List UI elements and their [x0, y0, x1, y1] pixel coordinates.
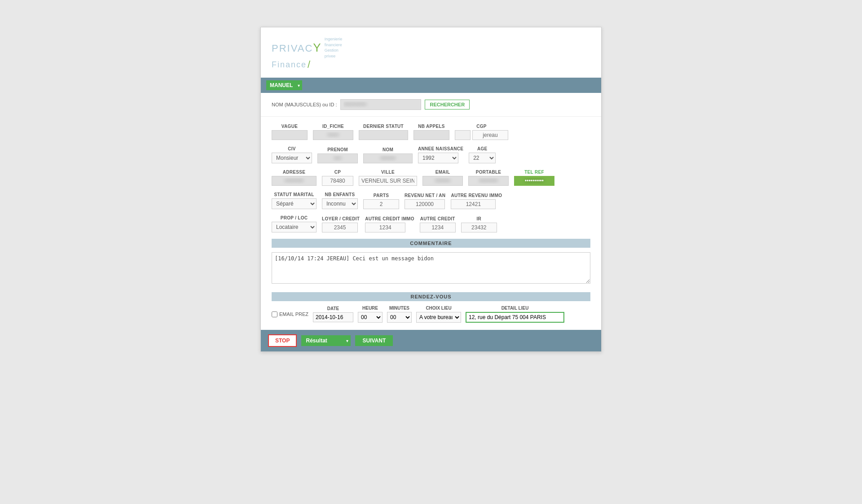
age-label: AGE [469, 146, 496, 151]
rechercher-button[interactable]: RECHERCHER [425, 100, 470, 110]
field-age: AGE 22 [469, 146, 496, 163]
field-autre-credit-immo: AUTRE CREDIT IMMO [365, 216, 414, 232]
logo-area: PRIVACY Ingenierie financiere Gestion pr… [261, 27, 601, 78]
field-cgp: CGP [455, 124, 508, 140]
loyer-credit-label: LOYER / CREDIT [322, 216, 360, 221]
annee-naissance-select[interactable]: 1992 [418, 153, 458, 163]
main-container: PRIVACY Ingenierie financiere Gestion pr… [260, 27, 602, 352]
parts-label: PARTS [363, 193, 399, 198]
rdv-minutes-select[interactable]: 00153045 [387, 312, 412, 323]
field-cp: CP [322, 170, 353, 186]
field-nom: NOM [363, 147, 413, 163]
age-select[interactable]: 22 [469, 153, 496, 163]
autre-revenu-immo-input[interactable] [451, 199, 496, 209]
rdv-choix-lieu-label: CHOIX LIEU [426, 306, 451, 311]
prenom-label: PRENOM [317, 147, 358, 152]
field-email: EMAIL [422, 170, 463, 186]
prop-loc-select[interactable]: Locataire Propriétaire [272, 222, 317, 232]
cgp-label: CGP [455, 124, 508, 129]
form-row-3: ADRESSE CP VILLE EMAIL PORTABLE TEL REF [272, 170, 590, 186]
field-prop-loc: PROP / LOC Locataire Propriétaire [272, 215, 317, 232]
logo-privacy-text: PRIVACY [272, 41, 322, 55]
nb-appels-input[interactable] [413, 130, 449, 140]
loyer-credit-input[interactable] [322, 223, 358, 232]
field-prenom: PRENOM [317, 147, 358, 163]
search-area: NOM (MAJUSCULES) ou ID : RECHERCHER [261, 93, 601, 117]
email-prez-checkbox[interactable] [272, 311, 277, 317]
field-dernier-statut: DERNIER STATUT [359, 124, 408, 140]
rdv-minutes-label: MINUTES [389, 306, 409, 311]
rdv-choix-lieu-select[interactable]: A votre bureau A notre bureau Par téléph… [416, 312, 461, 323]
ville-label: VILLE [359, 170, 417, 175]
rdv-heure-select[interactable]: 00010203 04050607 08091011 12131415 1617… [358, 312, 383, 323]
nb-enfants-select[interactable]: Inconnu 0 1 2 3 4 5+ [322, 198, 358, 209]
field-statut-marital: STATUT MARITAL Séparé Marié Célibataire … [272, 192, 317, 209]
logo-wrapper: PRIVACY Ingenierie financiere Gestion pr… [272, 36, 342, 70]
ir-input[interactable] [461, 223, 497, 232]
autre-credit-label: AUTRE CREDIT [420, 216, 456, 221]
field-civ: CIV Monsieur Madame Mademoiselle [272, 146, 312, 163]
revenu-net-label: REVENU NET / AN [405, 193, 445, 198]
form-row-5: PROP / LOC Locataire Propriétaire LOYER … [272, 215, 590, 232]
cgp-input-1[interactable] [455, 130, 471, 140]
ville-input[interactable] [359, 176, 417, 186]
statut-marital-select[interactable]: Séparé Marié Célibataire Divorcé Veuf [272, 198, 317, 209]
vague-input[interactable] [272, 130, 308, 140]
logo-finance-text: Finance [272, 60, 307, 70]
field-nb-appels: NB APPELS [413, 124, 449, 140]
annee-naissance-label: ANNEE NAISSANCE [418, 146, 463, 151]
email-label: EMAIL [422, 170, 463, 175]
field-annee-naissance: ANNEE NAISSANCE 1992 [418, 146, 463, 163]
field-adresse: ADRESSE [272, 170, 317, 186]
nom-input[interactable] [363, 153, 413, 163]
field-autre-credit: AUTRE CREDIT [420, 216, 456, 232]
rdv-heure-label: HEURE [362, 306, 378, 311]
portable-input[interactable] [468, 176, 509, 186]
nav-bar: MANUEL AUTO [261, 78, 601, 93]
nb-appels-label: NB APPELS [413, 124, 449, 129]
field-id-fiche: ID_FICHE [313, 124, 353, 140]
rdv-detail-lieu-input[interactable] [466, 312, 564, 323]
logo-slash: / [308, 59, 310, 70]
field-loyer-credit: LOYER / CREDIT [322, 216, 360, 232]
field-parts: PARTS [363, 193, 399, 209]
cp-input[interactable] [322, 176, 353, 186]
autre-credit-immo-input[interactable] [365, 223, 405, 232]
form-area: VAGUE ID_FICHE DERNIER STATUT NB APPELS … [261, 117, 601, 292]
autre-credit-input[interactable] [420, 223, 456, 232]
id-fiche-input[interactable] [313, 130, 353, 140]
id-fiche-label: ID_FICHE [313, 124, 353, 129]
form-row-4: STATUT MARITAL Séparé Marié Célibataire … [272, 192, 590, 209]
tel-ref-input[interactable] [514, 176, 554, 186]
tel-ref-label: TEL REF [514, 170, 554, 175]
rdv-section: RENDEZ-VOUS EMAIL PREZ DATE HEURE 000102… [261, 292, 601, 330]
logo-check: Y [313, 41, 321, 54]
revenu-net-input[interactable] [405, 199, 445, 209]
rdv-date-label: DATE [327, 306, 339, 311]
statut-marital-label: STATUT MARITAL [272, 192, 317, 197]
nav-select-wrapper[interactable]: MANUEL AUTO [266, 80, 302, 90]
adresse-label: ADRESSE [272, 170, 317, 175]
manuel-select[interactable]: MANUEL AUTO [266, 80, 302, 90]
adresse-input[interactable] [272, 176, 317, 186]
rdv-detail-lieu-label: DETAIL LIEU [501, 306, 529, 311]
prenom-input[interactable] [317, 153, 358, 163]
search-input[interactable] [340, 99, 421, 110]
logo: PRIVACY Ingenierie financiere Gestion pr… [272, 36, 342, 70]
rdv-row: EMAIL PREZ DATE HEURE 00010203 04050607 … [272, 306, 590, 323]
cgp-input-2[interactable] [472, 130, 508, 140]
email-input[interactable] [422, 176, 463, 186]
suivant-button[interactable]: SUIVANT [355, 335, 393, 346]
cgp-inputs [455, 130, 508, 140]
rdv-minutes-field: MINUTES 00153045 [387, 306, 412, 323]
field-ir: IR [461, 216, 497, 232]
rdv-date-input[interactable] [313, 312, 353, 322]
dernier-statut-input[interactable] [359, 130, 408, 140]
result-select[interactable]: Résultat RDV pris Non intéressé Rappel [301, 335, 351, 346]
parts-input[interactable] [363, 199, 399, 209]
commentaire-textarea[interactable] [272, 252, 590, 284]
stop-button[interactable]: STOP [268, 334, 297, 347]
field-nb-enfants: NB ENFANTS Inconnu 0 1 2 3 4 5+ [322, 192, 358, 209]
result-select-wrapper[interactable]: Résultat RDV pris Non intéressé Rappel [301, 335, 351, 346]
civ-select[interactable]: Monsieur Madame Mademoiselle [272, 153, 312, 163]
